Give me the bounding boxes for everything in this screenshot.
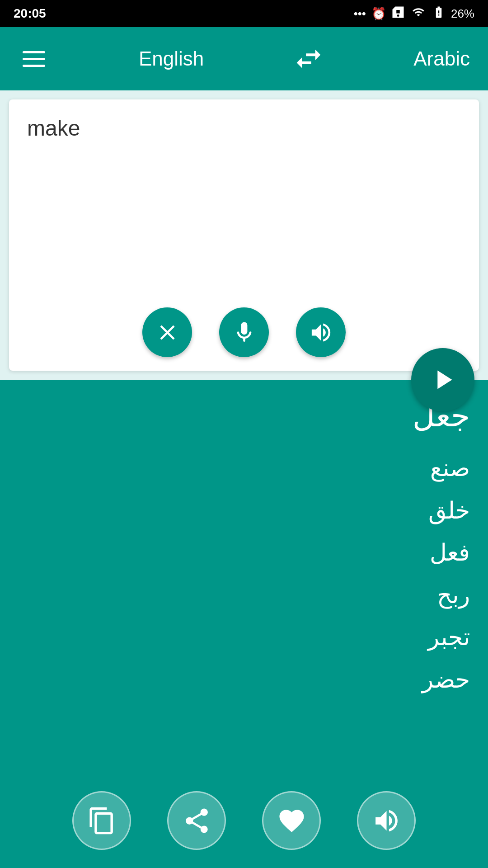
translation-alt-3: فعل <box>18 532 470 574</box>
send-icon <box>427 364 459 396</box>
sim-icon <box>391 5 405 22</box>
secondary-translations: صنع خلق فعل ربح تجبر حضر <box>18 447 470 701</box>
microphone-button[interactable] <box>219 307 269 357</box>
input-action-buttons <box>27 298 461 357</box>
speak-source-button[interactable] <box>296 307 346 357</box>
translation-section: جعل صنع خلق فعل ربح تجبر حضر <box>0 380 488 868</box>
status-bar: 20:05 ••• ⏰ 26% <box>0 0 488 27</box>
translation-alt-1: صنع <box>18 447 470 490</box>
clear-button[interactable] <box>142 307 192 357</box>
favorite-icon <box>277 806 306 835</box>
main-content: make <box>0 90 488 868</box>
translation-alt-4: ربح <box>18 574 470 617</box>
microphone-icon <box>232 320 257 345</box>
translation-alt-5: تجبر <box>18 616 470 659</box>
copy-button[interactable] <box>72 791 131 850</box>
menu-button[interactable] <box>18 47 50 71</box>
alarm-icon: ⏰ <box>371 7 386 21</box>
share-icon <box>182 806 211 835</box>
copy-icon <box>87 806 117 835</box>
audio-output-button[interactable] <box>357 791 416 850</box>
audio-icon <box>372 806 401 835</box>
source-language[interactable]: English <box>139 47 204 70</box>
input-section: make <box>9 99 479 371</box>
time-display: 20:05 <box>14 6 46 21</box>
translate-button[interactable] <box>411 348 474 411</box>
favorite-button[interactable] <box>262 791 321 850</box>
translation-output: جعل صنع خلق فعل ربح تجبر حضر <box>0 380 488 773</box>
bottom-action-buttons <box>0 773 488 868</box>
translation-alt-6: حضر <box>18 659 470 701</box>
translation-alt-2: خلق <box>18 490 470 532</box>
signal-icon <box>410 6 427 22</box>
battery-percent: 26% <box>451 7 474 21</box>
battery-charging-icon <box>432 5 446 22</box>
swap-languages-button[interactable] <box>293 43 324 75</box>
volume-up-icon <box>309 320 333 345</box>
target-language[interactable]: Arabic <box>413 47 470 70</box>
share-button[interactable] <box>167 791 226 850</box>
toolbar: English Arabic <box>0 27 488 90</box>
close-icon <box>155 320 180 345</box>
dots-icon: ••• <box>354 7 366 21</box>
source-text-input[interactable]: make <box>27 113 461 298</box>
status-icons: ••• ⏰ 26% <box>354 5 474 22</box>
primary-translation: جعل <box>18 398 470 434</box>
